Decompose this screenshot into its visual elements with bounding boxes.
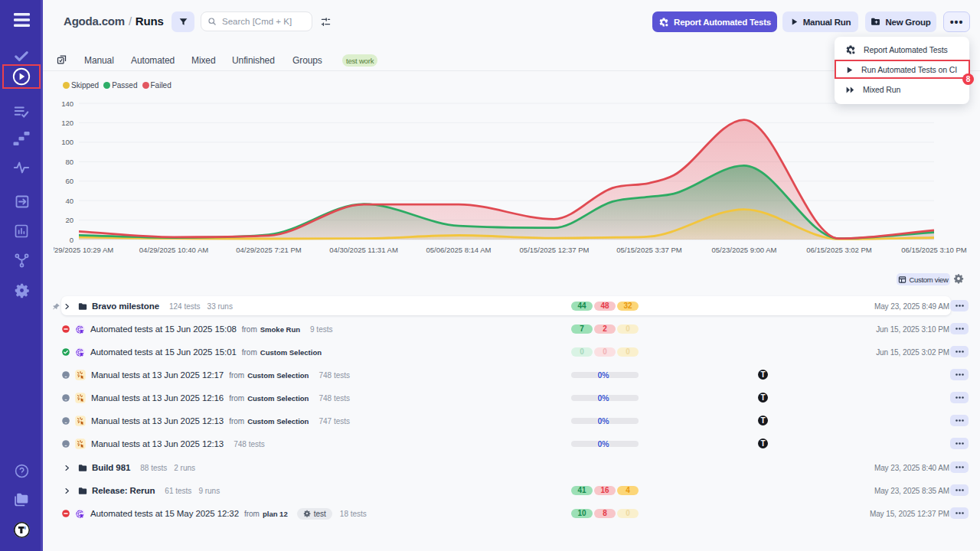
svg-text:06/15/2025 3:10 PM: 06/15/2025 3:10 PM — [901, 246, 967, 254]
svg-text:100: 100 — [61, 138, 74, 146]
svg-text:04/29/2025 10:40 AM: 04/29/2025 10:40 AM — [139, 246, 208, 254]
svg-text:04/30/2025 11:31 AM: 04/30/2025 11:31 AM — [329, 246, 398, 254]
svg-text:20: 20 — [65, 216, 74, 224]
svg-text:40: 40 — [65, 197, 74, 205]
svg-text:05/06/2025 8:14 AM: 05/06/2025 8:14 AM — [426, 246, 491, 254]
svg-text:05/15/2025 3:37 PM: 05/15/2025 3:37 PM — [616, 246, 682, 254]
svg-text:80: 80 — [65, 158, 74, 166]
svg-text:06/15/2025 3:02 PM: 06/15/2025 3:02 PM — [806, 246, 872, 254]
svg-text:60: 60 — [65, 177, 74, 185]
svg-text:05/23/2025 9:00 AM: 05/23/2025 9:00 AM — [711, 246, 776, 254]
svg-text:05/15/2025 12:37 PM: 05/15/2025 12:37 PM — [520, 246, 590, 254]
svg-text:04/29/2025 10:29 AM: 04/29/2025 10:29 AM — [54, 246, 113, 254]
svg-text:04/29/2025 7:21 PM: 04/29/2025 7:21 PM — [236, 246, 302, 254]
svg-text:140: 140 — [61, 99, 74, 108]
svg-text:120: 120 — [61, 119, 74, 127]
svg-text:0: 0 — [70, 236, 74, 244]
